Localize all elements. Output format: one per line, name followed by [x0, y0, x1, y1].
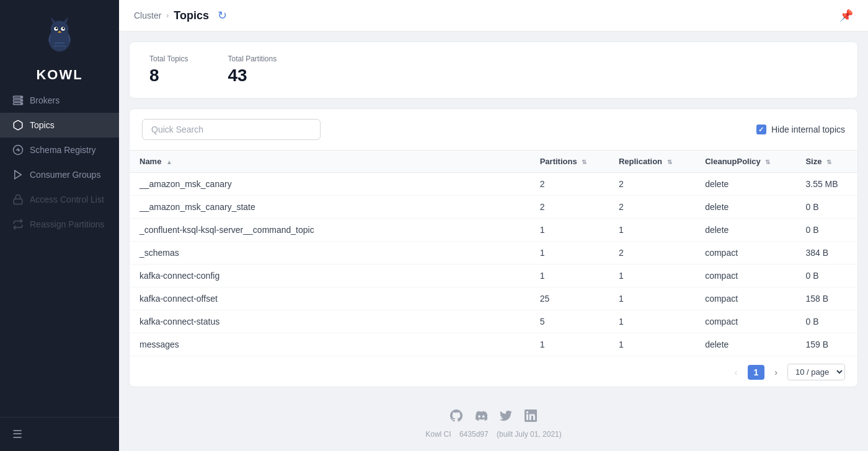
breadcrumb-current: Topics: [174, 9, 209, 22]
column-replication[interactable]: Replication ⇅: [609, 151, 695, 173]
footer-social-icons: [131, 409, 856, 425]
footer: Kowl CI 6435d97 (built July 01, 2021): [119, 397, 868, 451]
linkedin-icon[interactable]: [525, 409, 537, 425]
sidebar: KOWL Brokers Topics: [0, 0, 119, 451]
consumer-groups-label: Consumer Groups: [30, 170, 100, 180]
cell-cleanuppolicy: compact: [695, 287, 795, 310]
column-partitions[interactable]: Partitions ⇅: [530, 151, 609, 173]
cell-partitions: 1: [530, 242, 609, 265]
table-body: __amazon_msk_canary 2 2 delete 3.55 MB _…: [130, 173, 857, 356]
refresh-button[interactable]: ↻: [214, 7, 231, 24]
table-row[interactable]: messages 1 1 delete 159 B: [130, 333, 857, 356]
table-header-row: Name ▲ Partitions ⇅ Replication ⇅ Cleanu…: [130, 151, 857, 173]
cell-partitions: 1: [530, 333, 609, 356]
sidebar-bottom: ☰: [0, 417, 119, 451]
sidebar-item-reassign[interactable]: Reassign Partitions: [0, 212, 119, 237]
cell-replication: 1: [609, 219, 695, 242]
current-page[interactable]: 1: [748, 365, 765, 380]
svg-point-16: [21, 103, 22, 105]
cell-size: 0 B: [795, 265, 857, 287]
github-icon[interactable]: [450, 409, 463, 425]
reassign-icon: [12, 219, 24, 230]
cell-partitions: 1: [530, 219, 609, 242]
pagination: ‹ 1 › 10 / page 20 / page 50 / page: [130, 356, 857, 387]
schema-label: Schema Registry: [30, 145, 96, 155]
cell-replication: 1: [609, 310, 695, 333]
table-row[interactable]: __amazon_msk_canary_state 2 2 delete 0 B: [130, 196, 857, 219]
cell-cleanuppolicy: compact: [695, 265, 795, 287]
page-header: Cluster › Topics ↻ 📌: [119, 0, 868, 32]
discord-icon[interactable]: [475, 409, 487, 425]
cell-replication: 2: [609, 173, 695, 196]
cell-partitions: 5: [530, 310, 609, 333]
cell-size: 0 B: [795, 219, 857, 242]
sidebar-item-acl[interactable]: Access Control List: [0, 187, 119, 212]
cell-cleanuppolicy: delete: [695, 173, 795, 196]
cell-name: kafka-connect-status: [130, 310, 530, 333]
topics-icon: [12, 120, 24, 131]
per-page-select[interactable]: 10 / page 20 / page 50 / page: [787, 364, 845, 380]
cell-name: kafka-connect-offset: [130, 287, 530, 310]
topics-table-card: Hide internal topics Name ▲ Partitions ⇅…: [129, 108, 858, 387]
table-row[interactable]: _confluent-ksql-ksql-server__command_top…: [130, 219, 857, 242]
total-partitions-label: Total Partitions: [228, 55, 277, 63]
table-row[interactable]: kafka-connect-offset 25 1 compact 158 B: [130, 287, 857, 310]
cell-name: __amazon_msk_canary_state: [130, 196, 530, 219]
table-row[interactable]: __amazon_msk_canary 2 2 delete 3.55 MB: [130, 173, 857, 196]
cell-size: 3.55 MB: [795, 173, 857, 196]
cell-size: 158 B: [795, 287, 857, 310]
cell-replication: 2: [609, 242, 695, 265]
table-toolbar: Hide internal topics: [130, 109, 857, 150]
column-cleanuppolicy[interactable]: CleanupPolicy ⇅: [695, 151, 795, 173]
hide-internal-checkbox[interactable]: [756, 125, 766, 134]
cell-size: 384 B: [795, 242, 857, 265]
column-name[interactable]: Name ▲: [130, 151, 530, 173]
cell-cleanuppolicy: delete: [695, 196, 795, 219]
sidebar-item-topics[interactable]: Topics: [0, 113, 119, 138]
table-row[interactable]: kafka-connect-config 1 1 compact 0 B: [130, 265, 857, 287]
cell-size: 0 B: [795, 310, 857, 333]
footer-brand: Kowl CI: [425, 430, 451, 439]
search-input[interactable]: [142, 119, 321, 140]
pin-icon[interactable]: 📌: [839, 9, 853, 22]
total-topics-value: 8: [149, 66, 188, 85]
logo-area: KOWL: [0, 0, 119, 83]
svg-point-8: [56, 27, 58, 29]
next-page-button[interactable]: ›: [769, 365, 782, 380]
svg-point-15: [21, 100, 22, 101]
sidebar-item-consumer-groups[interactable]: Consumer Groups: [0, 162, 119, 187]
hide-internal-label: Hide internal topics: [771, 125, 845, 134]
hamburger-icon[interactable]: ☰: [12, 428, 22, 440]
cell-name: kafka-connect-config: [130, 265, 530, 287]
breadcrumb: Cluster › Topics ↻: [134, 7, 231, 24]
consumers-icon: [12, 169, 24, 180]
cell-replication: 1: [609, 287, 695, 310]
twitter-icon[interactable]: [500, 409, 512, 425]
replication-sort-icon: ⇅: [667, 159, 672, 165]
prev-page-button[interactable]: ‹: [730, 365, 743, 380]
table-row[interactable]: kafka-connect-status 5 1 compact 0 B: [130, 310, 857, 333]
column-size[interactable]: Size ⇅: [795, 151, 857, 173]
total-partitions-value: 43: [228, 66, 277, 85]
logo: [30, 0, 89, 67]
sidebar-item-brokers[interactable]: Brokers: [0, 88, 119, 113]
table-row[interactable]: _schemas 1 2 compact 384 B: [130, 242, 857, 265]
cleanup-sort-icon: ⇅: [765, 159, 770, 165]
total-partitions-stat: Total Partitions 43: [228, 55, 277, 85]
cell-partitions: 1: [530, 265, 609, 287]
hide-internal-toggle[interactable]: Hide internal topics: [756, 125, 845, 134]
cell-name: messages: [130, 333, 530, 356]
cell-size: 0 B: [795, 196, 857, 219]
breadcrumb-parent[interactable]: Cluster: [134, 11, 161, 20]
svg-marker-2: [51, 17, 56, 23]
svg-point-14: [21, 97, 22, 98]
total-topics-label: Total Topics: [149, 55, 188, 63]
cell-cleanuppolicy: compact: [695, 310, 795, 333]
cell-replication: 1: [609, 265, 695, 287]
cell-size: 159 B: [795, 333, 857, 356]
sidebar-item-schema-registry[interactable]: Schema Registry: [0, 138, 119, 162]
name-sort-icon: ▲: [166, 159, 172, 165]
cell-cleanuppolicy: delete: [695, 333, 795, 356]
kowl-logo-icon: [40, 15, 79, 55]
cell-name: _schemas: [130, 242, 530, 265]
